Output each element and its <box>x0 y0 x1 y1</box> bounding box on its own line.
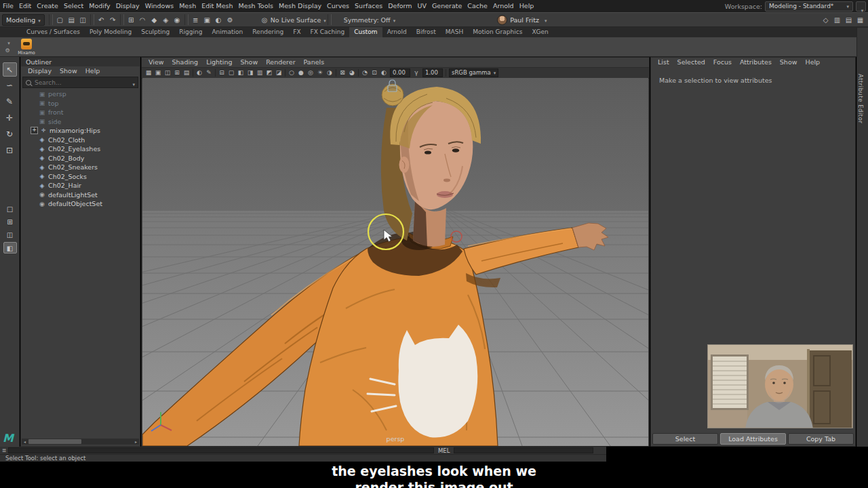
outliner-item-ch02-body[interactable]: ◈Ch02_Body <box>21 154 140 163</box>
viewport-menu-renderer[interactable]: Renderer <box>262 58 299 67</box>
menu-help[interactable]: Help <box>517 0 537 12</box>
menu-create[interactable]: Create <box>34 0 61 12</box>
outliner-item-defaultlightset[interactable]: ◉defaultLightSet <box>21 190 140 200</box>
outliner-item-ch02-cloth[interactable]: ◈Ch02_Cloth <box>21 136 140 145</box>
gate-mask-icon[interactable]: ◨ <box>245 68 255 77</box>
gamma-field[interactable]: 1.00 <box>422 68 443 77</box>
two-d-pan-zoom-icon[interactable]: ◐ <box>195 68 204 77</box>
smooth-shade-icon[interactable]: ● <box>296 68 306 77</box>
save-scene-icon[interactable]: ◫ <box>77 14 89 26</box>
menu-deform[interactable]: Deform <box>385 0 414 12</box>
shelf-tab-fx[interactable]: FX <box>288 27 305 37</box>
viewport-menu-show[interactable]: Show <box>237 58 262 67</box>
shelf-tab-bifrost[interactable]: Bifrost <box>412 27 441 37</box>
menu-arnold[interactable]: Arnold <box>490 0 517 12</box>
ae-menu-focus[interactable]: Focus <box>709 58 736 67</box>
filter-menu-icon[interactable] <box>130 76 135 89</box>
outliner-item-top[interactable]: ▣top <box>21 99 140 108</box>
select-tool-icon[interactable]: ↖ <box>3 62 17 77</box>
ae-menu-list[interactable]: List <box>654 58 673 67</box>
menu-set-dropdown[interactable]: Modeling <box>2 14 45 26</box>
exposure-field[interactable]: 0.00 <box>390 68 410 77</box>
undo-icon[interactable]: ↶ <box>96 14 107 26</box>
outliner-item-ch02-eyelashes[interactable]: ◈Ch02_Eyelashes <box>21 144 140 154</box>
command-result-field[interactable] <box>454 447 593 453</box>
ipr-render-icon[interactable]: ◐ <box>213 14 224 26</box>
menu-surfaces[interactable]: Surfaces <box>352 0 385 12</box>
shelf-tab-poly-modeling[interactable]: Poly Modeling <box>85 27 136 37</box>
status-divider[interactable] <box>184 14 189 25</box>
textured-icon[interactable]: ◎ <box>306 68 315 77</box>
symmetry-dropdown[interactable]: Symmetry: Off <box>344 16 395 24</box>
outliner-item-persp[interactable]: ▣persp <box>21 89 140 99</box>
menu-uv[interactable]: UV <box>415 0 429 12</box>
outliner-item-defaultobjectset[interactable]: ◉defaultObjectSet <box>21 199 140 209</box>
menu-mesh[interactable]: Mesh <box>176 0 199 12</box>
search-input[interactable] <box>33 79 127 87</box>
gamma-icon[interactable]: γ <box>412 68 421 77</box>
outliner-item-ch02-sneakers[interactable]: ◈Ch02_Sneakers <box>21 163 140 172</box>
shelf-item-mixamo[interactable]: Mixamo <box>15 39 38 56</box>
menu-generate[interactable]: Generate <box>429 0 465 12</box>
show-attribute-editor-icon[interactable]: ▥ <box>831 14 843 26</box>
snap-point-icon[interactable]: ◆ <box>149 14 160 26</box>
viewport-canvas[interactable]: persp <box>142 78 648 446</box>
scroll-right-icon[interactable]: ▸ <box>133 439 139 444</box>
shadows-icon[interactable]: ◑ <box>325 68 334 77</box>
command-input[interactable] <box>8 447 434 453</box>
color-space-dropdown[interactable]: sRGB gamma <box>449 68 498 77</box>
camera-attributes-icon[interactable]: ◫ <box>163 68 172 77</box>
show-tool-settings-icon[interactable]: ▤ <box>843 14 854 26</box>
workspace-menu-icon[interactable] <box>856 1 866 12</box>
workspace-dropdown[interactable]: Modeling - Standard* <box>765 1 853 12</box>
use-lights-icon[interactable]: ☀ <box>315 68 325 77</box>
shelf-tab-xgen[interactable]: XGen <box>527 27 553 37</box>
film-gate-icon[interactable]: ▢ <box>226 68 236 77</box>
render-frame-icon[interactable]: ▣ <box>201 14 213 26</box>
viewport-menu-lighting[interactable]: Lighting <box>202 58 236 67</box>
menu-edit-mesh[interactable]: Edit Mesh <box>199 0 235 12</box>
safe-title-icon[interactable]: ◪ <box>274 68 283 77</box>
field-chart-icon[interactable]: ▥ <box>255 68 264 77</box>
ae-button-load-attributes[interactable]: Load Attributes <box>720 433 786 445</box>
image-plane-icon[interactable]: ▤ <box>182 68 191 77</box>
shelf-gear-icon[interactable]: ⚙ <box>5 47 9 54</box>
outliner-item-mixamorig-hips[interactable]: +✛mixamorig:Hips <box>21 126 140 136</box>
lasso-tool-icon[interactable]: ∽ <box>3 79 17 93</box>
shelf-tab-motion-graphics[interactable]: Motion Graphics <box>468 27 527 37</box>
viewport-menu-panels[interactable]: Panels <box>300 58 329 67</box>
outliner-item-ch02-hair[interactable]: ◈Ch02_Hair <box>21 181 140 190</box>
menu-modify[interactable]: Modify <box>86 0 113 12</box>
scroll-left-icon[interactable]: ◂ <box>22 439 28 444</box>
safe-action-icon[interactable]: ◩ <box>264 68 274 77</box>
isolate-select-icon[interactable]: ◔ <box>360 68 370 77</box>
ae-button-select[interactable]: Select <box>652 433 718 445</box>
outliner-persp-layout-icon[interactable]: ◧ <box>3 242 17 253</box>
ae-menu-show[interactable]: Show <box>776 58 802 67</box>
show-channel-box-icon[interactable]: ▦ <box>854 14 866 26</box>
four-pane-layout-icon[interactable]: ⊞ <box>3 216 17 228</box>
script-editor-icon[interactable]: ≣ <box>0 447 8 453</box>
outliner-menu-help[interactable]: Help <box>81 66 104 76</box>
menu-curves[interactable]: Curves <box>324 0 352 12</box>
bookmarks-icon[interactable]: ⊞ <box>172 68 182 77</box>
new-scene-icon[interactable]: ▢ <box>54 14 66 26</box>
tab-attribute-editor[interactable]: Attribute Editor <box>857 74 864 123</box>
status-divider[interactable] <box>49 14 53 25</box>
shelf-tab-rendering[interactable]: Rendering <box>248 27 288 37</box>
expand-icon[interactable]: + <box>31 127 38 134</box>
menu-select[interactable]: Select <box>61 0 86 12</box>
modeling-toolkit-icon[interactable]: ◇ <box>820 14 831 26</box>
ae-menu-attributes[interactable]: Attributes <box>736 58 776 67</box>
render-settings-icon[interactable]: ⚙ <box>224 14 236 26</box>
move-tool-icon[interactable]: ✛ <box>3 111 17 125</box>
ae-button-copy-tab[interactable]: Copy Tab <box>788 433 854 445</box>
snap-grid-icon[interactable]: ⊞ <box>125 14 137 26</box>
redo-icon[interactable]: ↷ <box>107 14 119 26</box>
menu-cache[interactable]: Cache <box>465 0 490 12</box>
shelf-tab-sculpting[interactable]: Sculpting <box>136 27 174 37</box>
shelf-tab-animation[interactable]: Animation <box>207 27 248 37</box>
rotate-tool-icon[interactable]: ↻ <box>3 127 17 142</box>
wireframe-icon[interactable]: ○ <box>287 68 296 77</box>
open-scene-icon[interactable]: ▤ <box>66 14 77 26</box>
